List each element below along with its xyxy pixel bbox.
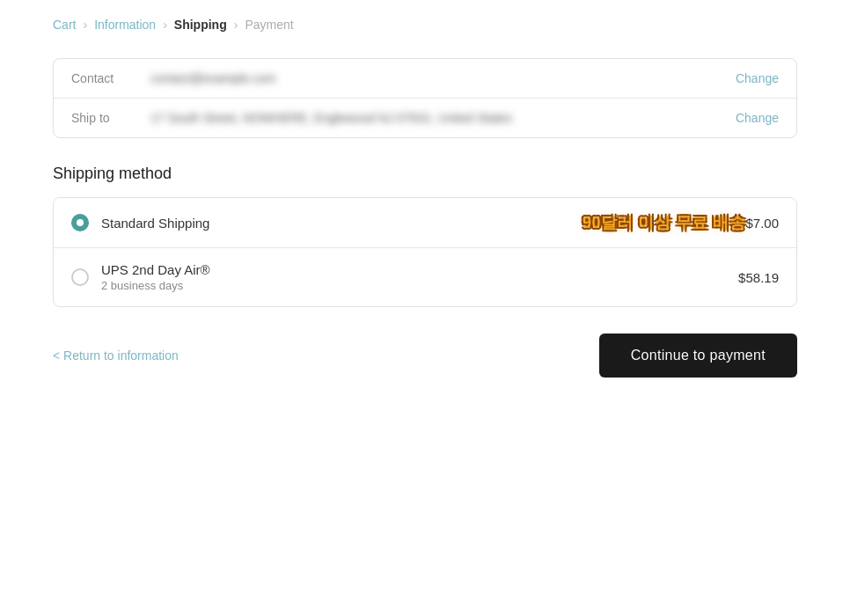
breadcrumb-sep-1: ›: [83, 18, 87, 32]
breadcrumb-cart[interactable]: Cart: [53, 18, 76, 32]
ship-to-row: Ship to 17 South Street, NOWHERE, Englew…: [54, 99, 796, 137]
shipping-option-standard[interactable]: Standard Shipping 90달러 이상 무료 배송 $7.00: [54, 198, 796, 248]
ups-name-block: UPS 2nd Day Air® 2 business days: [101, 262, 210, 292]
shipping-method-section: Shipping method Standard Shipping 90달러 이…: [53, 165, 797, 307]
standard-content: Standard Shipping 90달러 이상 무료 배송: [101, 212, 745, 233]
return-to-information-link[interactable]: < Return to information: [53, 348, 179, 363]
contact-label: Contact: [71, 71, 150, 85]
breadcrumb-information[interactable]: Information: [94, 18, 156, 32]
radio-ups: [71, 268, 89, 286]
ups-shipping-sub: 2 business days: [101, 279, 210, 292]
contact-row: Contact contact@example.com Change: [54, 59, 796, 99]
shipping-options-card: Standard Shipping 90달러 이상 무료 배송 $7.00 UP…: [53, 197, 797, 307]
shipping-method-title: Shipping method: [53, 165, 797, 183]
contact-value: contact@example.com: [150, 71, 736, 85]
breadcrumb-shipping: Shipping: [174, 18, 227, 32]
ship-to-label: Ship to: [71, 111, 150, 125]
ups-content: UPS 2nd Day Air® 2 business days: [101, 262, 738, 292]
continue-to-payment-button[interactable]: Continue to payment: [599, 334, 797, 378]
ups-shipping-price: $58.19: [738, 270, 779, 285]
radio-standard: [71, 214, 89, 231]
standard-shipping-name: Standard Shipping: [101, 216, 572, 231]
ups-shipping-name: UPS 2nd Day Air®: [101, 262, 210, 277]
ship-to-value: 17 South Street, NOWHERE, Englewood NJ 0…: [150, 111, 736, 125]
breadcrumb-sep-3: ›: [234, 18, 238, 32]
footer-actions: < Return to information Continue to paym…: [53, 334, 797, 378]
info-card: Contact contact@example.com Change Ship …: [53, 58, 797, 138]
ship-to-change-button[interactable]: Change: [736, 111, 779, 125]
contact-change-button[interactable]: Change: [736, 71, 779, 85]
promo-badge: 90달러 이상 무료 배송: [583, 212, 746, 233]
radio-standard-inner: [77, 219, 84, 226]
shipping-option-ups[interactable]: UPS 2nd Day Air® 2 business days $58.19: [54, 248, 796, 306]
breadcrumb-sep-2: ›: [163, 18, 167, 32]
standard-shipping-price: $7.00: [745, 216, 779, 231]
breadcrumb-payment: Payment: [245, 18, 293, 32]
breadcrumb: Cart › Information › Shipping › Payment: [53, 18, 797, 32]
